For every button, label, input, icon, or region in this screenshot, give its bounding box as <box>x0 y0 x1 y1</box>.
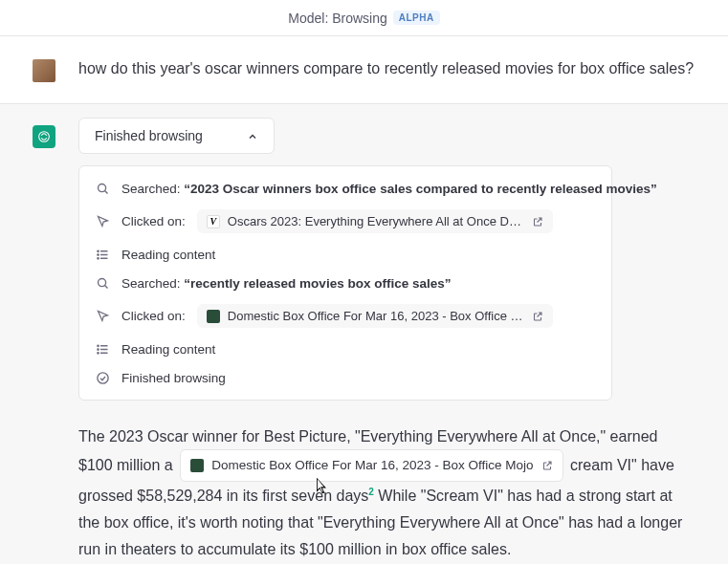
svg-point-15 <box>97 348 98 349</box>
svg-point-8 <box>97 257 98 258</box>
citation-superscript[interactable]: 2 <box>368 486 374 496</box>
model-header: Model: Browsing ALPHA <box>0 0 728 36</box>
svg-line-10 <box>104 285 107 288</box>
browsing-panel: Searched: “2023 Oscar winners box office… <box>78 165 612 401</box>
favicon-mojo-icon <box>207 310 220 323</box>
svg-point-1 <box>98 184 105 191</box>
chevron-up-icon <box>247 128 258 143</box>
assistant-message-row: Finished browsing Searched: “2023 Oscar … <box>0 104 728 564</box>
step-reading-2: Reading content <box>79 335 611 363</box>
external-link-icon <box>532 311 543 322</box>
step-search-1: Searched: “2023 Oscar winners box office… <box>79 174 611 203</box>
search-icon <box>95 275 110 291</box>
user-avatar <box>33 59 55 82</box>
step-click-1: Clicked on: V Oscars 2023: Everything Ev… <box>79 203 611 240</box>
user-question: how do this year's oscar winners compare… <box>78 57 694 80</box>
check-circle-icon <box>95 370 110 385</box>
cursor-icon <box>95 309 110 324</box>
external-link-icon <box>541 460 553 471</box>
user-message-row: how do this year's oscar winners compare… <box>0 36 728 104</box>
citation-chip-boxofficemojo[interactable]: Domestic Box Office For Mar 16, 2023 - B… <box>197 304 553 328</box>
svg-point-6 <box>97 250 98 251</box>
browsing-toggle[interactable]: Finished browsing <box>78 118 275 154</box>
step-search-2: Searched: “recently released movies box … <box>79 269 611 297</box>
citation-chip-variety[interactable]: V Oscars 2023: Everything Everywhere All… <box>197 209 553 233</box>
list-icon <box>95 247 110 262</box>
browsing-toggle-label: Finished browsing <box>95 128 203 143</box>
favicon-variety-icon: V <box>207 215 220 228</box>
inline-citation[interactable]: Domestic Box Office For Mar 16, 2023 - B… <box>180 449 563 482</box>
svg-point-7 <box>97 253 98 254</box>
assistant-avatar <box>33 125 55 148</box>
alpha-badge: ALPHA <box>393 11 440 25</box>
svg-line-2 <box>104 190 107 193</box>
step-reading-1: Reading content <box>79 240 611 269</box>
external-link-icon <box>532 216 543 228</box>
assistant-answer: The 2023 Oscar winner for Best Picture, … <box>78 423 695 563</box>
favicon-mojo-icon <box>190 459 204 472</box>
svg-point-17 <box>97 372 107 382</box>
model-label: Model: Browsing <box>288 11 387 26</box>
svg-point-16 <box>97 352 98 353</box>
svg-point-9 <box>98 278 105 286</box>
list-icon <box>95 341 110 357</box>
search-icon <box>95 181 110 196</box>
step-click-2: Clicked on: Domestic Box Office For Mar … <box>79 297 611 335</box>
step-finished: Finished browsing <box>79 363 611 392</box>
svg-point-14 <box>97 345 98 346</box>
cursor-icon <box>95 214 110 229</box>
